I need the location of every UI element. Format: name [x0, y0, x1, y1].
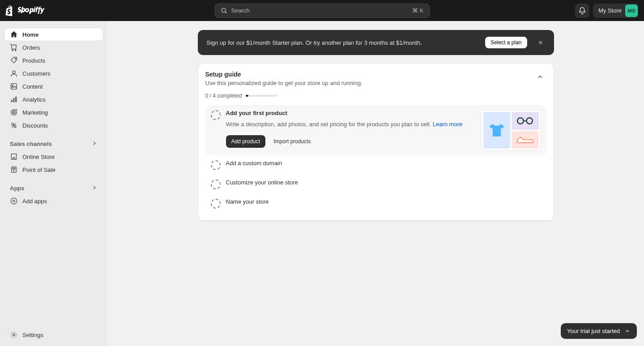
svg-rect-15 — [12, 167, 17, 173]
sidebar-item-analytics[interactable]: Analytics — [4, 93, 103, 106]
setup-task-customize-store[interactable]: Customize your online store — [205, 175, 546, 194]
sidebar-section-apps[interactable]: Apps — [4, 182, 103, 195]
progress-row: 0 / 4 completed — [205, 93, 546, 99]
setup-task-name-store[interactable]: Name your store — [205, 194, 546, 213]
svg-rect-7 — [11, 100, 13, 102]
sidebar: Home Orders Products Customers Content A… — [0, 21, 107, 346]
sidebar-item-point-of-sale[interactable]: Point of Sale — [4, 163, 103, 176]
sidebar-item-label: Products — [22, 57, 45, 64]
sidebar-item-label: Settings — [22, 332, 43, 338]
trial-status-button[interactable]: Your trial just started — [561, 323, 637, 339]
marketing-icon — [10, 108, 18, 116]
customers-icon — [10, 69, 18, 77]
shopify-logo[interactable] — [5, 5, 46, 16]
svg-point-0 — [222, 8, 226, 12]
setup-task-custom-domain[interactable]: Add a custom domain — [205, 155, 546, 175]
setup-task-add-product[interactable]: Add your first product Write a descripti… — [205, 105, 546, 155]
svg-point-14 — [14, 125, 16, 128]
svg-point-17 — [13, 171, 14, 171]
sidebar-item-online-store[interactable]: Online Store — [4, 150, 103, 163]
analytics-icon — [10, 95, 18, 103]
sidebar-item-marketing[interactable]: Marketing — [4, 106, 103, 119]
chevron-right-icon — [91, 140, 98, 148]
banner-text: Sign up for our $1/month Starter plan. O… — [207, 39, 478, 46]
search-box[interactable]: Search ⌘ K — [215, 4, 430, 18]
learn-more-link[interactable]: Learn more — [433, 121, 462, 128]
main-content: Sign up for our $1/month Starter plan. O… — [107, 21, 644, 346]
sidebar-item-label: Orders — [22, 44, 40, 51]
search-shortcut: ⌘ K — [412, 7, 423, 14]
sidebar-item-label: Customers — [22, 70, 51, 77]
svg-point-2 — [15, 50, 16, 51]
banner-close-button[interactable] — [534, 36, 547, 49]
sidebar-item-label: Marketing — [22, 109, 48, 116]
plus-circle-icon — [10, 197, 18, 205]
task-check-circle[interactable] — [211, 199, 221, 209]
sidebar-item-label: Home — [22, 31, 38, 38]
trial-text: Your trial just started — [567, 328, 620, 334]
task-description: Write a description, add photos, and set… — [226, 120, 476, 129]
task-illustration — [481, 110, 541, 151]
sidebar-item-label: Add apps — [22, 198, 47, 205]
store-name: My Store — [598, 7, 622, 14]
svg-point-13 — [12, 123, 14, 125]
import-products-button[interactable]: Import products — [270, 135, 314, 148]
svg-rect-8 — [13, 98, 14, 102]
svg-point-19 — [13, 334, 15, 336]
orders-icon — [10, 43, 18, 51]
select-plan-button[interactable]: Select a plan — [485, 37, 527, 48]
task-check-circle[interactable] — [211, 179, 221, 189]
notifications-button[interactable] — [575, 4, 589, 18]
store-menu-button[interactable]: My Store MS — [593, 4, 639, 18]
gear-icon — [10, 331, 18, 339]
content-icon — [10, 82, 18, 90]
sidebar-item-home[interactable]: Home — [4, 28, 103, 41]
sidebar-section-sales-channels[interactable]: Sales channels — [4, 137, 103, 150]
avatar: MS — [625, 4, 638, 17]
sidebar-item-content[interactable]: Content — [4, 80, 103, 93]
svg-rect-5 — [11, 84, 17, 90]
task-check-circle[interactable] — [211, 110, 221, 120]
setup-guide-card: Setup guide Use this personalized guide … — [198, 63, 554, 221]
sidebar-item-products[interactable]: Products — [4, 54, 103, 67]
chevron-up-icon — [624, 328, 631, 334]
sidebar-item-discounts[interactable]: Discounts — [4, 119, 103, 132]
sidebar-item-label: Discounts — [22, 122, 48, 129]
sidebar-item-label: Online Store — [22, 154, 55, 160]
task-check-circle[interactable] — [211, 160, 221, 170]
sidebar-item-add-apps[interactable]: Add apps — [4, 195, 103, 207]
search-placeholder: Search — [231, 7, 413, 14]
sidebar-item-settings[interactable]: Settings — [4, 329, 103, 341]
collapse-button[interactable] — [534, 71, 546, 83]
discounts-icon — [10, 121, 18, 129]
pos-icon — [10, 166, 18, 174]
sidebar-item-label: Content — [22, 83, 43, 90]
svg-point-3 — [15, 58, 16, 59]
search-icon — [221, 7, 228, 14]
svg-point-20 — [517, 118, 523, 124]
close-icon — [537, 39, 544, 46]
add-product-button[interactable]: Add product — [226, 135, 266, 148]
sidebar-item-label: Point of Sale — [22, 167, 55, 173]
progress-text: 0 / 4 completed — [205, 93, 242, 99]
header: Search ⌘ K My Store MS — [0, 0, 644, 21]
sidebar-item-customers[interactable]: Customers — [4, 67, 103, 80]
svg-point-4 — [13, 71, 15, 73]
task-title: Name your store — [226, 198, 541, 205]
products-icon — [10, 56, 18, 64]
svg-rect-16 — [13, 168, 15, 169]
sidebar-item-label: Analytics — [22, 96, 46, 103]
chevron-up-icon — [537, 73, 544, 81]
svg-point-12 — [13, 112, 14, 112]
sidebar-item-orders[interactable]: Orders — [4, 41, 103, 54]
task-title: Add your first product — [226, 110, 476, 116]
svg-point-21 — [527, 118, 533, 124]
store-icon — [10, 153, 18, 161]
chevron-right-icon — [91, 184, 98, 192]
svg-point-1 — [12, 50, 13, 51]
task-title: Customize your online store — [226, 179, 541, 186]
home-icon — [10, 30, 18, 38]
setup-subtitle: Use this personalized guide to get your … — [205, 80, 534, 86]
progress-bar — [246, 95, 278, 97]
plan-banner: Sign up for our $1/month Starter plan. O… — [198, 30, 554, 55]
